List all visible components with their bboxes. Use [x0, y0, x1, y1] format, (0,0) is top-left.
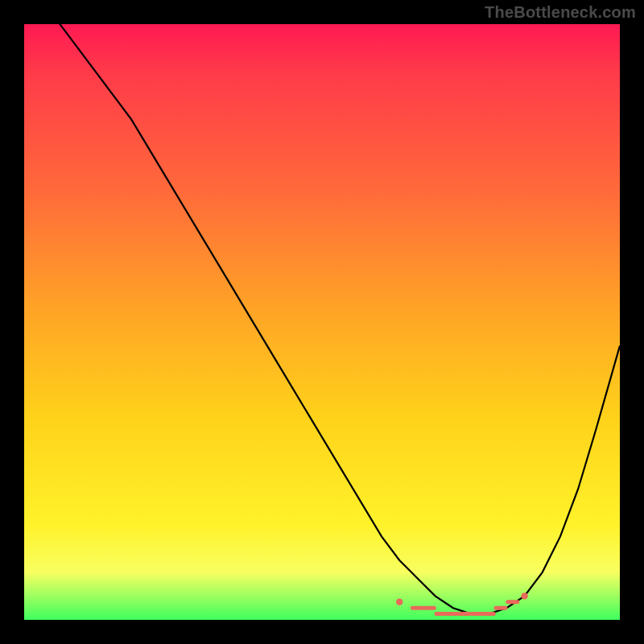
marker-dot [396, 599, 402, 605]
chart-frame: TheBottleneck.com [0, 0, 644, 644]
marker-dot [521, 592, 527, 599]
bottleneck-curve [24, 24, 620, 614]
chart-overlay [24, 24, 620, 620]
plot-area [24, 24, 620, 620]
watermark-text: TheBottleneck.com [485, 3, 636, 22]
